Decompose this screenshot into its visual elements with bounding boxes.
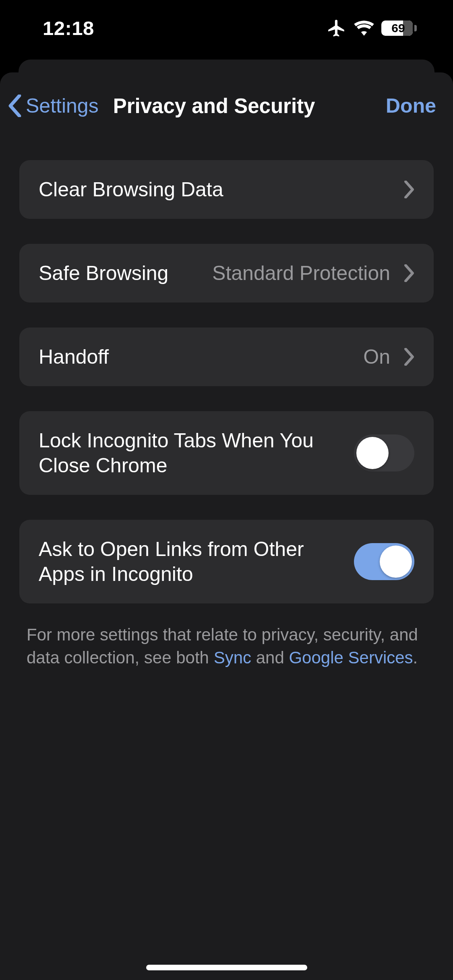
page-title: Privacy and Security: [113, 94, 315, 118]
chevron-left-icon: [8, 95, 22, 117]
chevron-right-icon: [404, 264, 414, 282]
back-label: Settings: [26, 94, 99, 117]
row-safe-browsing[interactable]: Safe Browsing Standard Protection: [19, 244, 434, 303]
link-google-services[interactable]: Google Services: [289, 648, 413, 667]
status-bar: 12:18 69: [0, 0, 453, 56]
battery-indicator: 69: [381, 21, 417, 36]
back-button[interactable]: Settings: [8, 94, 99, 117]
row-handoff[interactable]: Handoff On: [19, 327, 434, 386]
status-time: 12:18: [43, 17, 94, 39]
toggle-ask-open-incognito[interactable]: [354, 543, 414, 580]
settings-sheet: Settings Privacy and Security Done Clear…: [0, 72, 453, 980]
row-value: On: [363, 345, 390, 369]
row-clear-browsing-data[interactable]: Clear Browsing Data: [19, 160, 434, 219]
row-label: Ask to Open Links from Other Apps in Inc…: [39, 537, 354, 587]
home-indicator[interactable]: [146, 965, 307, 970]
link-sync[interactable]: Sync: [214, 648, 251, 667]
airplane-mode-icon: [327, 18, 347, 38]
nav-bar: Settings Privacy and Security Done: [0, 88, 453, 124]
footer-note: For more settings that relate to privacy…: [19, 624, 434, 669]
chevron-right-icon: [404, 181, 414, 198]
row-ask-open-incognito: Ask to Open Links from Other Apps in Inc…: [19, 520, 434, 603]
row-label: Clear Browsing Data: [39, 177, 404, 202]
row-label: Lock Incognito Tabs When You Close Chrom…: [39, 428, 354, 478]
battery-percent: 69: [381, 21, 413, 35]
chevron-right-icon: [404, 348, 414, 366]
row-label: Handoff: [39, 344, 363, 369]
done-button[interactable]: Done: [386, 94, 436, 117]
row-lock-incognito: Lock Incognito Tabs When You Close Chrom…: [19, 411, 434, 495]
toggle-lock-incognito[interactable]: [354, 434, 414, 471]
row-label: Safe Browsing: [39, 261, 212, 286]
row-value: Standard Protection: [212, 261, 390, 285]
wifi-icon: [354, 21, 374, 36]
